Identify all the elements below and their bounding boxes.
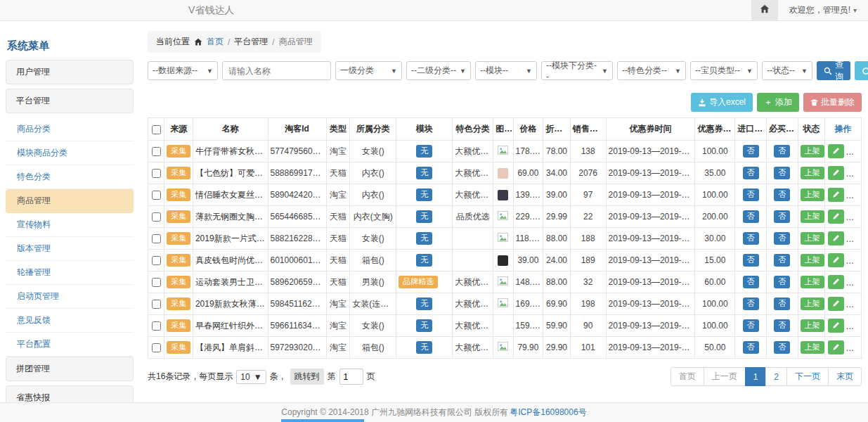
sidebar-item-10[interactable]: 意见反馈 xyxy=(6,309,134,333)
sidebar-item-7[interactable]: 版本管理 xyxy=(6,237,134,261)
import-select-badge[interactable]: 否 xyxy=(743,232,759,244)
edit-button[interactable] xyxy=(828,188,844,202)
sidebar-item-8[interactable]: 轮播管理 xyxy=(6,261,134,285)
name-input[interactable] xyxy=(222,61,331,80)
row-select-cell xyxy=(148,315,164,337)
edit-button[interactable] xyxy=(828,253,844,267)
reset-button[interactable]: 重置 xyxy=(855,61,868,80)
row-checkbox[interactable] xyxy=(152,191,161,200)
row-checkbox[interactable] xyxy=(152,234,161,243)
import-select-badge[interactable]: 否 xyxy=(743,167,759,179)
module-badge: 品牌精选 xyxy=(399,276,438,288)
batch-delete-button[interactable]: 批量删除 xyxy=(803,93,862,112)
edit-button[interactable] xyxy=(828,297,844,311)
page-button-首页[interactable]: 首页 xyxy=(671,367,704,386)
must-buy-badge[interactable]: 否 xyxy=(774,210,790,222)
edit-button[interactable] xyxy=(828,166,844,180)
status-badge[interactable]: 上架 xyxy=(801,254,824,266)
product-category: 女装() xyxy=(350,141,396,162)
row-checkbox[interactable] xyxy=(152,343,161,352)
row-checkbox[interactable] xyxy=(152,321,161,331)
product-category: 女装() xyxy=(350,228,396,250)
sidebar-item-11[interactable]: 平台配置 xyxy=(6,333,134,357)
sidebar-item-0[interactable]: 用户管理 xyxy=(6,60,134,84)
edit-button[interactable] xyxy=(828,210,844,224)
icon-cell xyxy=(493,293,513,315)
sidebar-item-3[interactable]: 模块商品分类 xyxy=(6,141,134,165)
breadcrumb-home-link[interactable]: 首页 xyxy=(207,36,224,48)
import-select-badge[interactable]: 否 xyxy=(743,298,759,309)
import-excel-button[interactable]: 导入excel xyxy=(691,93,753,112)
sidebar-item-5[interactable]: 商品管理 xyxy=(6,189,134,213)
must-buy-badge[interactable]: 否 xyxy=(774,232,790,244)
status-badge[interactable]: 上架 xyxy=(801,145,824,157)
filter-select-status[interactable]: --状态--▼ xyxy=(762,61,812,80)
table-header-row: 来源名称淘客Id类型所属分类模块特色分类图标价格折后价销售数量优惠券时间优惠券金… xyxy=(148,118,862,141)
row-checkbox[interactable] xyxy=(152,300,161,309)
status-badge[interactable]: 上架 xyxy=(801,298,824,309)
sidebar-item-12[interactable]: 拼团管理 xyxy=(6,357,134,381)
add-button[interactable]: ＋ 添加 xyxy=(757,93,799,112)
page-button-1[interactable]: 1 xyxy=(745,367,767,386)
search-button[interactable]: 查询 xyxy=(817,61,850,80)
import-select-badge[interactable]: 否 xyxy=(743,276,759,288)
status-badge[interactable]: 上架 xyxy=(801,341,824,353)
must-buy-badge[interactable]: 否 xyxy=(774,145,790,157)
edit-button[interactable] xyxy=(828,231,844,245)
page-number-input[interactable] xyxy=(339,369,363,385)
must-buy-cell: 否 xyxy=(766,293,798,315)
edit-button[interactable] xyxy=(828,144,844,158)
select-all-checkbox[interactable] xyxy=(152,125,161,134)
import-select-badge[interactable]: 否 xyxy=(743,341,759,353)
page-button-末页[interactable]: 末页 xyxy=(828,367,862,386)
must-buy-badge[interactable]: 否 xyxy=(774,319,790,331)
edit-button[interactable] xyxy=(828,275,844,289)
import-select-badge[interactable]: 否 xyxy=(743,319,759,331)
must-buy-badge[interactable]: 否 xyxy=(774,341,790,353)
sidebar-item-1[interactable]: 平台管理 xyxy=(6,89,134,113)
user-menu[interactable]: 欢迎您，管理员! ▾ xyxy=(778,0,868,21)
row-checkbox[interactable] xyxy=(152,147,161,156)
row-checkbox[interactable] xyxy=(152,212,161,222)
status-badge[interactable]: 上架 xyxy=(801,188,824,200)
status-badge[interactable]: 上架 xyxy=(801,276,824,288)
filter-select-feature-category[interactable]: --特色分类--▼ xyxy=(617,61,686,80)
import-select-badge[interactable]: 否 xyxy=(743,145,759,157)
filter-select-category-level2[interactable]: --二级分类--▼ xyxy=(406,61,471,80)
icp-link[interactable]: 粤ICP备16098006号 xyxy=(510,407,586,418)
per-page-select[interactable]: 10 ▼ xyxy=(236,370,266,384)
must-buy-badge[interactable]: 否 xyxy=(774,254,790,266)
edit-button[interactable] xyxy=(828,340,844,354)
must-buy-badge[interactable]: 否 xyxy=(774,167,790,179)
filter-select-item-type[interactable]: --宝贝类型--▼ xyxy=(690,61,758,80)
status-badge[interactable]: 上架 xyxy=(801,232,824,244)
home-button[interactable] xyxy=(751,0,778,21)
status-badge[interactable]: 上架 xyxy=(801,210,824,222)
sidebar-item-4[interactable]: 特色分类 xyxy=(6,165,134,189)
jump-button[interactable]: 跳转到 xyxy=(290,369,324,385)
must-buy-badge[interactable]: 否 xyxy=(774,276,790,288)
page-button-下一页[interactable]: 下一页 xyxy=(786,367,829,386)
status-badge[interactable]: 上架 xyxy=(801,167,824,179)
sidebar-item-6[interactable]: 宣传物料 xyxy=(6,213,134,237)
must-buy-badge[interactable]: 否 xyxy=(774,188,790,200)
row-checkbox[interactable] xyxy=(152,169,161,178)
edit-button[interactable] xyxy=(828,319,844,333)
page-button-上一页[interactable]: 上一页 xyxy=(704,367,746,386)
row-checkbox[interactable] xyxy=(152,278,161,287)
pencil-icon xyxy=(832,146,840,157)
row-checkbox[interactable] xyxy=(152,256,161,265)
import-select-badge[interactable]: 否 xyxy=(743,188,759,200)
sidebar-item-2[interactable]: 商品分类 xyxy=(6,117,134,141)
filter-select-module-subcategory[interactable]: --模块下分类--▼ xyxy=(541,61,613,80)
filter-select-category-level1[interactable]: 一级分类▼ xyxy=(335,61,402,80)
must-buy-badge[interactable]: 否 xyxy=(774,298,790,309)
filter-select-module[interactable]: --模块--▼ xyxy=(475,61,537,80)
sidebar-item-9[interactable]: 启动页管理 xyxy=(6,285,134,309)
filter-select-data-source[interactable]: --数据来源--▼ xyxy=(148,61,218,80)
taoke-id: 601000601341 xyxy=(268,250,326,271)
page-button-2[interactable]: 2 xyxy=(765,367,787,386)
status-badge[interactable]: 上架 xyxy=(801,319,824,331)
import-select-badge[interactable]: 否 xyxy=(743,210,759,222)
import-select-badge[interactable]: 否 xyxy=(743,254,759,266)
